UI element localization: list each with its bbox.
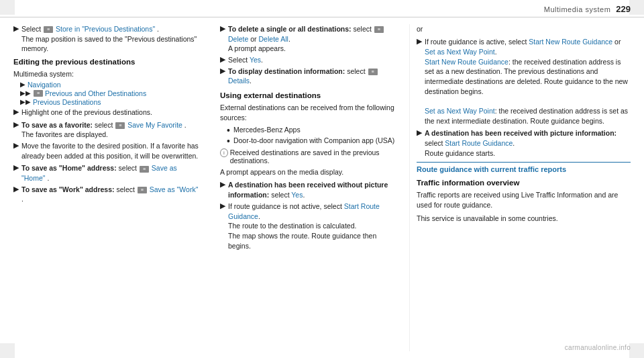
editing-section-title: Editing the previous destinations (13, 56, 201, 68)
traffic-subsection-title: Traffic information overview (417, 177, 631, 189)
bullet-arrow-highlight: ▶ (13, 107, 19, 116)
no-pic-text: A destination has been received without … (228, 180, 397, 199)
bullet-arrow-pic: ▶ (417, 128, 422, 137)
source-apps-text: Mercedes-Benz Apps (233, 126, 301, 134)
content-area: ▶ Select ≡ Store in "Previous Destina­ti… (0, 17, 644, 358)
save-home-label: To save as "Home" address: (21, 164, 117, 172)
set-as-next-detail-link[interactable]: Set as Next Way Point (425, 107, 495, 115)
intro-bullet-text: Select ≡ Store in "Previous Destina­tion… (21, 24, 201, 54)
save-favorite-label: To save as a favorite: (21, 121, 93, 129)
left-column: ▶ Select ≡ Store in "Previous Destina­ti… (13, 24, 208, 351)
bullet-arrow-favorite: ▶ (13, 120, 19, 129)
pic-label: A destination has been received with pic… (425, 129, 616, 137)
save-home-bullet: ▶ To save as "Home" address: select ≡ Sa… (13, 163, 201, 183)
bullet-arrow-work: ▶ (13, 185, 19, 193)
not-active-bullet: ▶ If route guidance is not active, selec… (220, 202, 397, 251)
start-new-route-link[interactable]: Start New Route Guidance (529, 38, 612, 46)
page-number: 229 (616, 4, 631, 14)
source-list: • Mercedes-Benz Apps • Door-to-door navi… (227, 126, 397, 146)
save-fav-icon: ≡ (115, 122, 125, 129)
highlight-bullet: ▶ Highlight one of the previous destinat… (13, 107, 201, 118)
source-item-apps: • Mercedes-Benz Apps (227, 126, 397, 135)
no-pic-bullet: ▶ A destination has been received withou… (220, 180, 397, 199)
select-yes-text: Select Yes. (228, 55, 263, 65)
watermark: carmanualonline.info (565, 344, 631, 351)
header-title: Multimedia system (544, 5, 611, 13)
save-fav-link[interactable]: Save My Favorite (127, 121, 182, 129)
delete-bullet: ▶ To delete a single or all destinations… (220, 24, 397, 54)
bullet-arrow-intro: ▶ (13, 24, 19, 33)
details-icon: ≡ (368, 69, 378, 75)
info-icon: i (220, 148, 228, 157)
delete-icon: ≡ (374, 26, 384, 33)
bullet-dot-companion: • (227, 136, 230, 146)
active-guidance-bullet: ▶ If route guidance is active, select St… (417, 37, 631, 126)
nav-line-previous: ▶▶ ≡ Previous and Other Destinations (20, 89, 201, 97)
info-note: i Received destinations are saved in the… (220, 148, 397, 165)
prev-dest-icon: ≡ (34, 90, 43, 97)
details-link[interactable]: Details (228, 77, 250, 85)
bullet-arrow-yes: ▶ (220, 55, 225, 64)
bullet-arrow-move: ▶ (13, 141, 19, 150)
delete-all-link[interactable]: Delete All (259, 35, 288, 43)
bullet-dot-apps: • (227, 126, 230, 135)
nav-breadcrumb: ▶ Navigation ▶▶ ≡ Previous and Other Des… (20, 81, 201, 106)
or-text: or (417, 24, 631, 34)
display-info-text: To display destination information: sele… (228, 66, 397, 86)
set-as-next-link[interactable]: Set as Next Way Point (425, 48, 495, 56)
active-guidance-text: If route guidance is active, select Star… (425, 37, 631, 126)
yes-link-2[interactable]: Yes (291, 191, 303, 199)
external-section-title: Using external destinations (220, 90, 397, 101)
delete-link[interactable]: Delete (228, 35, 248, 43)
display-info-label: To display destination information: (228, 67, 345, 75)
move-favorite-text: Move the favorite to the desired positio… (21, 141, 201, 161)
save-favorite-bullet: ▶ To save as a favorite: select ≡ Save M… (13, 120, 201, 140)
source-item-companion: • Door-to-door navigation with Companion… (227, 136, 397, 146)
bullet-arrow-nopic: ▶ (220, 180, 225, 189)
select-yes-bullet: ▶ Select Yes. (220, 55, 397, 65)
bullet-arrow-display: ▶ (220, 66, 225, 75)
highlight-text: Highlight one of the previous destinatio… (21, 107, 152, 118)
save-home-icon: ≡ (140, 166, 149, 173)
save-work-bullet: ▶ To save as "Work" address: select ≡ Sa… (13, 185, 201, 204)
nav-arrow-2: ▶▶ (20, 89, 31, 97)
source-companion-text: Door-to-door navigation with Companion a… (233, 136, 394, 144)
display-info-bullet: ▶ To display destination information: se… (220, 66, 397, 86)
pic-text: A destination has been received with pic… (425, 128, 631, 158)
traffic-text-1: Traffic reports are received using Live … (417, 190, 631, 210)
nav-link-prev-dest[interactable]: Previous and Other Destinations (45, 89, 146, 97)
nav-arrow-3: ▶▶ (20, 98, 31, 105)
delete-label: To delete a single or all destinations: (228, 25, 352, 33)
start-route-link[interactable]: Start Route Guidance (228, 202, 380, 220)
delete-text: To delete a single or all destinations: … (228, 24, 397, 54)
move-favorite-bullet: ▶ Move the favorite to the desired posit… (13, 141, 201, 161)
yes-link-1[interactable]: Yes (250, 56, 261, 64)
bullet-arrow-notactive: ▶ (220, 202, 225, 210)
nav-link-prev-destinations[interactable]: Previous Destinations (33, 98, 101, 106)
traffic-section-heading: Route guidance with current traffic repo… (417, 165, 631, 175)
store-icon: ≡ (44, 26, 53, 33)
nav-link-navigation[interactable]: Navigation (28, 81, 61, 89)
no-pic-label: A destination has been received without … (228, 181, 388, 199)
prompt-text: A prompt appears on the media display. (220, 167, 397, 177)
save-work-link[interactable]: Save as "Work" (150, 185, 199, 193)
info-note-text: Received destinations are saved in the p… (230, 148, 397, 165)
traffic-section-divider (417, 162, 631, 163)
bullet-arrow-home: ▶ (13, 163, 19, 172)
save-work-icon: ≡ (138, 187, 147, 193)
right-column: or ▶ If route guidance is active, select… (409, 24, 631, 351)
section-subtitle: Multimedia system: (13, 69, 201, 79)
nav-line-prev-destinations: ▶▶ Previous Destinations (20, 98, 201, 106)
save-home-text: To save as "Home" address: select ≡ Save… (21, 163, 201, 183)
start-new-route-detail-link[interactable]: Start New Route Guidance (425, 58, 508, 66)
bullet-arrow-delete: ▶ (220, 24, 225, 33)
not-active-text: If route guidance is not active, select … (228, 202, 397, 251)
bullet-arrow-active: ▶ (417, 37, 422, 46)
save-work-text: To save as "Work" address: select ≡ Save… (21, 185, 201, 204)
start-route-guid-link[interactable]: Start Route Guid­ance (445, 139, 513, 147)
store-link[interactable]: Store in "Previous Destina­tions" (56, 25, 155, 33)
external-intro: External destinations can be received fr… (220, 103, 397, 123)
pic-bullet: ▶ A destination has been received with p… (417, 128, 631, 158)
nav-line-navigation: ▶ Navigation (20, 81, 201, 89)
save-work-label: To save as "Work" address: (21, 185, 115, 193)
